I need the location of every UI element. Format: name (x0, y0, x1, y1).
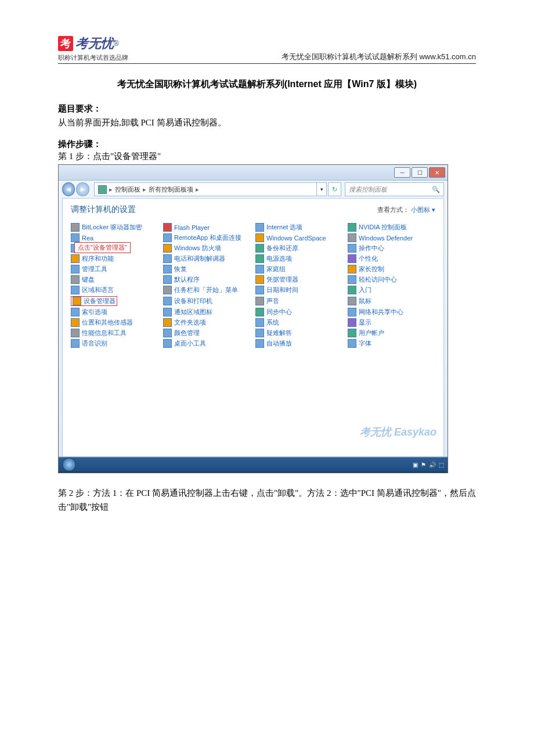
minimize-button[interactable]: ─ (394, 167, 410, 178)
cp-item-ease-of-access[interactable]: 轻松访问中心 (348, 275, 435, 284)
cp-item-admin-tools[interactable]: 管理工具 (71, 265, 158, 273)
control-panel-items-grid: BitLocker 驱动器加密 Flash Player Internet 选项… (63, 218, 443, 348)
cp-item-display[interactable]: 显示 (348, 318, 435, 327)
cp-item-recovery[interactable]: 恢复 (163, 265, 251, 273)
cp-item-flash[interactable]: Flash Player (163, 223, 251, 232)
cp-item-sync-center[interactable]: 同步中心 (255, 308, 343, 316)
maximize-button[interactable]: ☐ (412, 167, 428, 178)
cp-item-parental[interactable]: 家长控制 (348, 265, 435, 273)
window-titlebar: ─ ☐ ✕ (59, 165, 448, 181)
cp-item-indexing[interactable]: 索引选项 (71, 308, 158, 316)
step1-text: 第 1 步：点击"设备管理器" (58, 151, 476, 162)
control-panel-screenshot: ─ ☐ ✕ ◄ ► ▸ 控制面板 ▸ 所有控制面板项 ▸ ▾ ↻ 搜索控制面板 … (58, 164, 448, 473)
address-bar: ◄ ► ▸ 控制面板 ▸ 所有控制面板项 ▸ ▾ ↻ 搜索控制面板 🔍 (59, 181, 448, 198)
start-button[interactable] (62, 458, 76, 471)
forward-button[interactable]: ► (76, 182, 89, 196)
view-mode-link[interactable]: 小图标 ▾ (411, 206, 435, 213)
watermark: 考无忧 Easykao (360, 425, 436, 439)
search-input[interactable]: 搜索控制面板 🔍 (345, 182, 444, 196)
cp-main-title: 调整计算机的设置 (71, 204, 136, 215)
cp-item-location-sensors[interactable]: 位置和其他传感器 (71, 318, 158, 327)
close-button[interactable]: ✕ (429, 167, 445, 178)
logo-subtitle: 职称计算机考试首选品牌 (58, 53, 128, 62)
back-button[interactable]: ◄ (62, 182, 75, 196)
header-series-text: 考无忧全国职称计算机考试试题解析系列 www.k51.com.cn (282, 52, 476, 62)
tray-icon[interactable]: ▣ (413, 462, 418, 468)
cp-item-nvidia[interactable]: NVIDIA 控制面板 (348, 223, 435, 232)
cp-item-bitlocker[interactable]: BitLocker 驱动器加密 (71, 223, 158, 232)
cp-item-modem[interactable]: 电话和调制解调器 (163, 254, 251, 263)
taskbar[interactable]: ▣ ⚑ 🔊 ⬚ (59, 456, 448, 473)
tray-icon[interactable]: 🔊 (429, 462, 436, 468)
requirement-label: 题目要求： (58, 103, 476, 114)
cp-item-desktop-gadgets[interactable]: 桌面小工具 (163, 339, 251, 348)
cp-item-region[interactable]: 区域和语言 (71, 286, 158, 294)
cp-item-date-time[interactable]: 日期和时间 (255, 286, 343, 294)
cp-item-backup[interactable]: 备份和还原 (255, 244, 343, 253)
callout-tooltip: 点击"设备管理器" (74, 242, 131, 253)
cp-item-credentials[interactable]: 凭据管理器 (255, 275, 343, 284)
cp-item-fonts[interactable]: 字体 (348, 339, 435, 348)
cp-item-programs[interactable]: 程序和功能 (71, 254, 158, 263)
cp-item-network-sharing[interactable]: 网络和共享中心 (348, 308, 435, 316)
cp-item-taskbar-start[interactable]: 任务栏和「开始」菜单 (163, 286, 251, 294)
cp-item-homegroup[interactable]: 家庭组 (255, 265, 343, 273)
cp-item-sound[interactable]: 声音 (255, 296, 343, 306)
cp-item-remoteapp[interactable]: RemoteApp 和桌面连接 (163, 233, 251, 242)
cp-item-color-mgmt[interactable]: 颜色管理 (163, 329, 251, 337)
requirement-text: 从当前界面开始,卸载 PCI 简易通讯控制器。 (58, 116, 476, 129)
cp-item-mouse[interactable]: 鼠标 (348, 296, 435, 306)
cp-item-getting-started[interactable]: 入门 (348, 286, 435, 294)
cp-item-cardspace[interactable]: Windows CardSpace (255, 233, 343, 242)
logo-block: 考 考无忧 ® 职称计算机考试首选品牌 (58, 35, 128, 62)
view-mode-selector[interactable]: 查看方式： 小图标 ▾ (377, 206, 435, 214)
cp-item-action-center[interactable]: 操作中心 (348, 244, 435, 253)
tray-icon[interactable]: ⚑ (421, 462, 426, 468)
cp-item-power[interactable]: 电源选项 (255, 254, 343, 263)
cp-item-firewall[interactable]: Windows 防火墙 (163, 244, 251, 253)
breadcrumb-icon (98, 185, 107, 194)
control-panel-body: 点击"设备管理器" 调整计算机的设置 查看方式： 小图标 ▾ BitLocker… (62, 198, 444, 460)
cp-item-system[interactable]: 系统 (255, 318, 343, 327)
cp-item-autoplay[interactable]: 自动播放 (255, 339, 343, 348)
search-placeholder: 搜索控制面板 (349, 185, 387, 194)
page-header: 考 考无忧 ® 职称计算机考试首选品牌 考无忧全国职称计算机考试试题解析系列 w… (58, 35, 476, 64)
breadcrumb-item[interactable]: 所有控制面板项 (149, 185, 193, 194)
logo-reg: ® (114, 39, 119, 48)
steps-label: 操作步骤： (58, 139, 476, 150)
refresh-button[interactable]: ↻ (328, 182, 341, 196)
cp-item-folder-options[interactable]: 文件夹选项 (163, 318, 251, 327)
cp-item-devices-printers[interactable]: 设备和打印机 (163, 296, 251, 306)
cp-item-keyboard[interactable]: 键盘 (71, 275, 158, 284)
tray-icon[interactable]: ⬚ (439, 462, 444, 468)
breadcrumb[interactable]: ▸ 控制面板 ▸ 所有控制面板项 ▸ (94, 182, 317, 196)
cp-item-rea[interactable]: Rea (71, 233, 158, 242)
cp-item-device-manager[interactable]: 设备管理器 (71, 296, 158, 306)
cp-item-speech[interactable]: 语音识别 (71, 339, 158, 348)
cp-item-performance[interactable]: 性能信息和工具 (71, 329, 158, 337)
page-title: 考无忧全国职称计算机考试试题解析系列(Internet 应用【Win7 版】模块… (58, 78, 476, 91)
search-icon: 🔍 (432, 186, 440, 193)
cp-item-default-programs[interactable]: 默认程序 (163, 275, 251, 284)
cp-item-user-accounts[interactable]: 用户帐户 (348, 329, 435, 337)
path-dropdown-button[interactable]: ▾ (317, 182, 327, 196)
cp-item-defender[interactable]: Windows Defender (348, 233, 435, 242)
logo-text: 考无忧 (75, 35, 114, 52)
cp-item-troubleshoot[interactable]: 疑难解答 (255, 329, 343, 337)
step2-text: 第 2 步：方法 1：在 PCI 简易通讯控制器上击右键，点击"卸载"。方法 2… (58, 486, 476, 514)
breadcrumb-item[interactable]: 控制面板 (115, 185, 140, 194)
system-tray[interactable]: ▣ ⚑ 🔊 ⬚ (413, 462, 444, 468)
logo-icon: 考 (58, 36, 73, 51)
cp-item-personalize[interactable]: 个性化 (348, 254, 435, 263)
cp-item-internet-options[interactable]: Internet 选项 (255, 223, 343, 232)
cp-item-notification-icons[interactable]: 通知区域图标 (163, 308, 251, 316)
